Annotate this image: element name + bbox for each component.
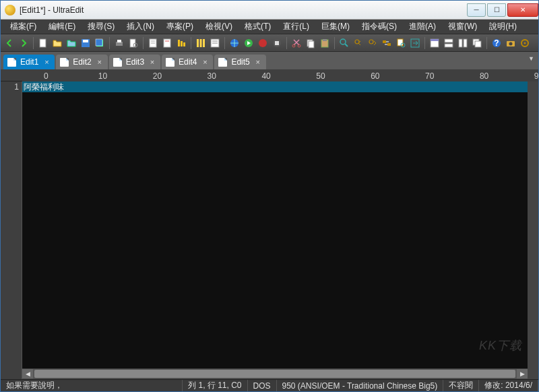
back-icon[interactable]: [3, 37, 15, 49]
scroll-right-icon[interactable]: ▶: [517, 369, 528, 379]
open-folder-icon[interactable]: [51, 37, 63, 49]
copy-icon[interactable]: [305, 37, 317, 49]
find-prev-icon[interactable]: [352, 37, 364, 49]
menu-search[interactable]: 搜尋(S): [82, 20, 120, 34]
forward-icon[interactable]: [18, 37, 30, 49]
tab-close-icon[interactable]: ×: [148, 58, 156, 66]
tab-edit3[interactable]: Edit3 ×: [109, 55, 160, 69]
tab-strip: Edit1 × Edit2 × Edit3 × Edit4 × Edit5 × …: [1, 52, 538, 69]
camera-icon[interactable]: [505, 37, 517, 49]
tab-edit1[interactable]: Edit1 ×: [3, 55, 55, 69]
doc1-icon[interactable]: [147, 37, 159, 49]
svg-rect-44: [431, 39, 439, 41]
vertical-scrollbar[interactable]: [528, 81, 538, 379]
ruler-tick: 90: [534, 71, 539, 81]
help-icon[interactable]: ?: [490, 37, 503, 49]
scroll-thumb[interactable]: [34, 370, 515, 378]
paste-icon[interactable]: [319, 37, 331, 49]
stop-icon[interactable]: [271, 37, 283, 49]
status-readonly[interactable]: 不容閱: [443, 380, 479, 391]
svg-point-25: [259, 39, 267, 47]
save-icon[interactable]: [80, 37, 92, 49]
maximize-button[interactable]: ☐: [487, 3, 506, 17]
scroll-left-icon[interactable]: ◀: [22, 369, 33, 379]
menu-window[interactable]: 視窗(W): [443, 20, 482, 34]
find-next-icon[interactable]: [367, 37, 379, 49]
menu-project[interactable]: 專案(P): [161, 20, 199, 34]
svg-rect-19: [203, 39, 205, 47]
window-cascade-icon[interactable]: [471, 37, 483, 49]
menu-column[interactable]: 直行(L): [278, 20, 315, 34]
ruler-tick: 60: [371, 71, 379, 81]
doc2-icon[interactable]: [161, 37, 173, 49]
scroll-track[interactable]: [33, 369, 517, 379]
window-tile-v-icon[interactable]: [457, 37, 469, 49]
svg-point-34: [340, 39, 346, 44]
tab-label: Edit3: [126, 57, 144, 67]
menu-edit[interactable]: 編輯(E): [43, 20, 81, 34]
tab-close-icon[interactable]: ×: [96, 58, 104, 66]
play-icon[interactable]: [243, 37, 255, 49]
ruler-tick: 30: [208, 71, 216, 81]
svg-rect-47: [459, 39, 462, 47]
settings-icon[interactable]: [519, 37, 531, 49]
save-all-icon[interactable]: [94, 37, 106, 49]
tab-close-icon[interactable]: ×: [201, 58, 209, 66]
tab-close-icon[interactable]: ×: [254, 58, 262, 66]
ruler-tick: 80: [480, 71, 488, 81]
svg-rect-6: [117, 40, 121, 42]
menu-macro[interactable]: 巨集(M): [316, 20, 355, 34]
print-preview-icon[interactable]: [127, 37, 139, 49]
ruler-tick: 40: [261, 71, 270, 81]
svg-point-54: [509, 42, 513, 45]
replace-icon[interactable]: [381, 37, 393, 49]
record-icon[interactable]: [257, 37, 269, 49]
app-icon: [5, 5, 15, 15]
editor-area: 1 阿榮福利味 KK下载 ◀ ▶: [1, 81, 538, 379]
menu-help[interactable]: 說明(H): [484, 20, 522, 34]
tab-edit5[interactable]: Edit5 ×: [214, 55, 265, 69]
sort-icon[interactable]: [175, 37, 187, 49]
file-icon: [166, 58, 175, 67]
toolbar: ?: [1, 34, 538, 52]
columns-icon[interactable]: [195, 37, 207, 49]
menu-view[interactable]: 檢視(V): [200, 20, 238, 34]
title-bar[interactable]: [Edit1*] - UltraEdit ─ ☐ ✕: [1, 1, 538, 20]
find-in-files-icon[interactable]: [395, 37, 407, 49]
minimize-button[interactable]: ─: [467, 3, 486, 17]
quick-open-icon[interactable]: [65, 37, 77, 49]
menu-file[interactable]: 檔案(F): [5, 20, 42, 34]
window-controls: ─ ☐ ✕: [466, 3, 538, 17]
svg-rect-31: [309, 41, 314, 48]
tab-label: Edit2: [73, 57, 91, 67]
cut-icon[interactable]: [290, 37, 303, 49]
chevron-down-icon[interactable]: ▼: [528, 55, 534, 62]
horizontal-scrollbar[interactable]: ◀ ▶: [22, 368, 528, 379]
status-bar: 如果需要說明， 列 1, 行 11, C0 DOS 950 (ANSI/OEM …: [1, 379, 538, 391]
new-file-icon[interactable]: [37, 37, 49, 49]
window1-icon[interactable]: [429, 37, 441, 49]
tab-label: Edit1: [20, 57, 38, 67]
status-codepage[interactable]: 950 (ANSI/OEM - Traditional Chinese Big5…: [277, 380, 444, 391]
print-icon[interactable]: [113, 37, 125, 49]
file-icon: [218, 58, 227, 67]
globe-icon[interactable]: [228, 37, 241, 49]
close-button[interactable]: ✕: [507, 3, 538, 17]
tab-close-icon[interactable]: ×: [42, 58, 51, 66]
menu-insert[interactable]: 插入(N): [121, 20, 160, 34]
code-scroll: 阿榮福利味 KK下载 ◀ ▶: [22, 81, 528, 379]
menu-script[interactable]: 指令碼(S): [356, 20, 402, 34]
window-tile-h-icon[interactable]: [443, 37, 455, 49]
wrap-icon[interactable]: [209, 37, 221, 49]
svg-rect-0: [40, 39, 46, 47]
ruler-tick: 10: [98, 71, 107, 81]
goto-icon[interactable]: [409, 37, 421, 49]
tab-edit2[interactable]: Edit2 ×: [56, 55, 107, 69]
menu-format[interactable]: 格式(T): [239, 20, 276, 34]
find-icon[interactable]: [338, 37, 350, 49]
status-mode[interactable]: DOS: [248, 380, 277, 391]
tab-edit4[interactable]: Edit4 ×: [162, 55, 213, 69]
code-area[interactable]: 阿榮福利味 KK下载: [22, 81, 528, 368]
menu-advanced[interactable]: 進階(A): [404, 20, 441, 34]
line-number: 1: [3, 81, 19, 92]
